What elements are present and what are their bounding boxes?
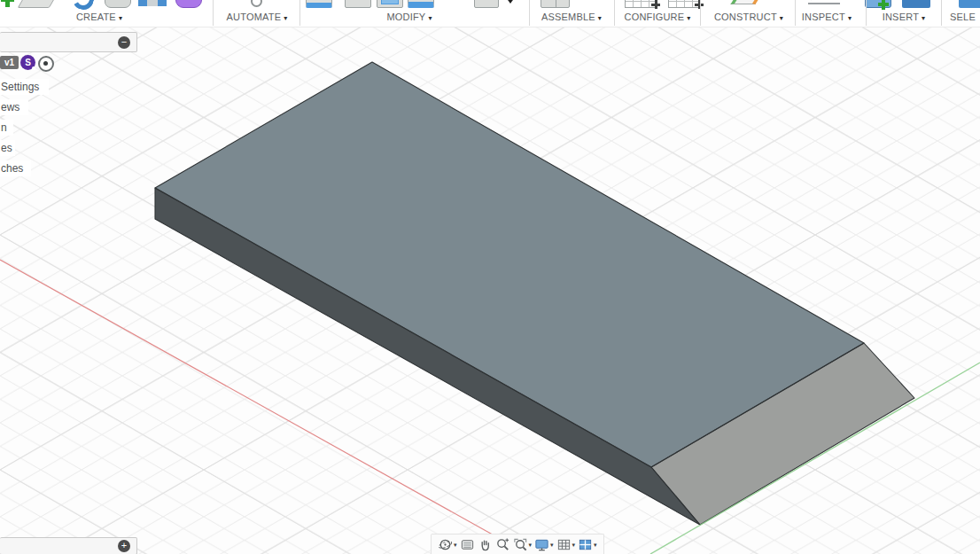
grid-snaps-button[interactable]: ▾ bbox=[556, 537, 576, 552]
revolve-icon[interactable] bbox=[70, 0, 96, 12]
toolbar-group-select[interactable]: SELE bbox=[950, 12, 976, 22]
chevron-down-icon: ▾ bbox=[454, 542, 457, 549]
browser-item-named-views[interactable]: ews bbox=[0, 99, 28, 115]
toolbar-group-configure[interactable]: CONFIGURE▾ bbox=[624, 12, 690, 22]
toolbar-group-label: INSERT bbox=[883, 12, 919, 22]
canvas-icon[interactable] bbox=[902, 0, 930, 8]
browser-panel-header[interactable]: − bbox=[0, 32, 137, 52]
display-settings-icon bbox=[534, 537, 549, 552]
chevron-down-icon: ▾ bbox=[594, 542, 597, 549]
cylinder-icon[interactable] bbox=[105, 0, 131, 8]
orbit-button[interactable]: ▾ bbox=[438, 537, 457, 552]
timeline-expand-button[interactable]: + bbox=[118, 540, 130, 552]
group-divider bbox=[299, 0, 300, 26]
share-avatar-badge[interactable]: S bbox=[20, 55, 35, 70]
toolbar-group-label: CONFIGURE bbox=[624, 12, 684, 22]
hole-icon[interactable] bbox=[138, 0, 167, 6]
toolbar-group-label: CREATE bbox=[76, 12, 116, 22]
viewports-icon bbox=[578, 537, 593, 552]
zoom-button[interactable] bbox=[495, 537, 510, 552]
zoom-window-icon bbox=[513, 537, 528, 552]
press-pull-icon[interactable] bbox=[306, 0, 332, 8]
chevron-down-icon: ▾ bbox=[780, 14, 783, 22]
pan-hand-icon bbox=[478, 537, 493, 552]
toolbar-group-label: MODIFY bbox=[386, 12, 425, 22]
face-icon[interactable] bbox=[474, 0, 499, 8]
automate-icon[interactable] bbox=[251, 0, 262, 7]
toolbar-group-create[interactable]: CREATE▾ bbox=[76, 12, 122, 22]
toolbar-group-construct[interactable]: CONSTRUCT▾ bbox=[714, 12, 783, 22]
chevron-down-icon: ▾ bbox=[598, 14, 602, 22]
plus-icon[interactable] bbox=[2, 0, 14, 7]
group-divider bbox=[213, 0, 214, 26]
component-activate-radio[interactable] bbox=[38, 56, 54, 72]
zoom-plus-icon bbox=[495, 537, 510, 552]
group-divider bbox=[614, 0, 615, 26]
chevron-down-icon: ▾ bbox=[529, 542, 533, 549]
derive-icon[interactable] bbox=[865, 0, 891, 8]
group-divider bbox=[941, 0, 942, 26]
chevron-down-icon: ▾ bbox=[119, 14, 122, 22]
construction-plane-icon[interactable] bbox=[730, 0, 765, 4]
combine-icon[interactable] bbox=[408, 0, 434, 8]
top-toolbar: CREATE▾ AUTOMATE▾ MODIFY▾ ASSEMBLE▾ CONF… bbox=[0, 0, 980, 27]
browser-collapse-button[interactable]: − bbox=[118, 36, 130, 49]
toolbar-group-inspect[interactable]: INSPECT▾ bbox=[802, 12, 852, 22]
version-badge: v1 bbox=[0, 56, 19, 69]
panel-dropdown-caret-icon[interactable] bbox=[503, 0, 517, 11]
chevron-down-icon: ▾ bbox=[848, 14, 852, 22]
form-icon[interactable] bbox=[175, 0, 202, 8]
display-settings-button[interactable]: ▾ bbox=[534, 537, 554, 552]
pan-button[interactable] bbox=[478, 537, 493, 552]
grid-icon bbox=[556, 537, 572, 552]
chevron-down-icon: ▾ bbox=[428, 14, 432, 22]
browser-item-origin[interactable]: n bbox=[0, 120, 13, 136]
fusion360-app: CREATE▾ AUTOMATE▾ MODIFY▾ ASSEMBLE▾ CONF… bbox=[0, 0, 980, 554]
zoom-window-button[interactable]: ▾ bbox=[513, 537, 533, 552]
shell-icon[interactable] bbox=[377, 0, 403, 8]
select-box-icon[interactable] bbox=[959, 0, 980, 8]
chevron-down-icon: ▾ bbox=[922, 14, 925, 22]
new-component-icon[interactable] bbox=[541, 0, 570, 8]
group-divider bbox=[866, 0, 867, 26]
viewport-3d[interactable] bbox=[0, 0, 980, 554]
toolbar-group-modify[interactable]: MODIFY▾ bbox=[386, 12, 432, 22]
joint-icon[interactable] bbox=[580, 0, 611, 8]
orbit-icon bbox=[438, 537, 453, 552]
toolbar-group-label: CONSTRUCT bbox=[714, 12, 777, 22]
fillet-icon[interactable] bbox=[345, 0, 371, 8]
timeline-bar[interactable]: + bbox=[0, 537, 137, 554]
browser-item-bodies[interactable]: es bbox=[0, 140, 15, 156]
toolbar-group-insert[interactable]: INSERT▾ bbox=[883, 12, 926, 22]
configuration-insert-icon[interactable] bbox=[668, 0, 701, 8]
chevron-down-icon: ▾ bbox=[284, 14, 287, 22]
browser-item-sketches[interactable]: ches bbox=[0, 160, 31, 176]
chevron-down-icon: ▾ bbox=[687, 14, 690, 22]
look-at-button[interactable] bbox=[460, 537, 475, 552]
browser-item-document-settings[interactable]: Settings bbox=[0, 79, 49, 95]
toolbar-group-assemble[interactable]: ASSEMBLE▾ bbox=[541, 12, 602, 22]
viewports-button[interactable]: ▾ bbox=[578, 537, 597, 552]
toolbar-group-label: INSPECT bbox=[802, 12, 845, 22]
toolbar-group-label: AUTOMATE bbox=[227, 12, 282, 22]
group-divider bbox=[529, 0, 530, 26]
look-at-icon bbox=[460, 537, 475, 552]
chevron-down-icon: ▾ bbox=[550, 542, 554, 549]
sketch-plane-icon[interactable] bbox=[18, 0, 61, 8]
toolbar-group-label: ASSEMBLE bbox=[541, 12, 595, 22]
toolbar-group-automate[interactable]: AUTOMATE▾ bbox=[227, 12, 288, 22]
group-divider bbox=[795, 0, 796, 26]
configuration-table-icon[interactable] bbox=[625, 0, 657, 8]
group-divider bbox=[700, 0, 701, 26]
nav-toolbar: ▾ bbox=[431, 534, 604, 554]
toolbar-group-label: SELE bbox=[950, 12, 976, 22]
chevron-down-icon: ▾ bbox=[572, 542, 576, 549]
measure-icon[interactable] bbox=[808, 0, 840, 4]
